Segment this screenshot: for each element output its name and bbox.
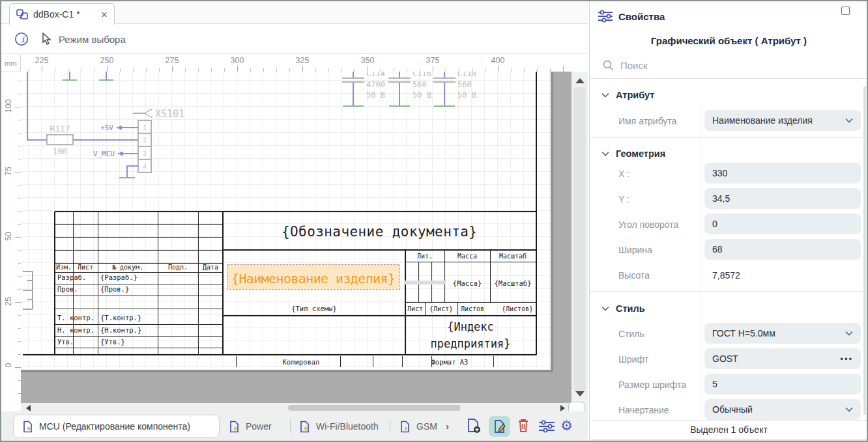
svg-text:предприятия}: предприятия}	[431, 337, 511, 350]
vertical-scrollbar[interactable]	[571, 72, 588, 403]
svg-text:R117: R117	[50, 124, 70, 133]
document-icon	[23, 421, 33, 433]
chevron-down-icon	[845, 118, 853, 123]
svg-text:Лит.: Лит.	[417, 253, 433, 260]
svg-text:{Разраб.}: {Разраб.}	[100, 273, 137, 281]
float-window-icon[interactable]	[841, 7, 850, 15]
tab-title: ddBox-C1 *	[33, 9, 80, 20]
svg-text:Пров.: Пров.	[57, 285, 78, 293]
svg-text:560: 560	[457, 80, 472, 89]
width-input[interactable]: 68	[704, 239, 861, 260]
ellipsis-icon[interactable]: •••	[840, 354, 853, 364]
svg-text:C118: C118	[457, 72, 476, 78]
info-icon[interactable]: i	[14, 32, 29, 46]
h-scroll-thumb[interactable]	[288, 405, 461, 411]
x-label: X :	[618, 169, 629, 179]
svg-text:50 В: 50 В	[366, 90, 385, 100]
font-label: Шрифт	[618, 354, 648, 365]
search-field[interactable]: Поиск	[603, 57, 850, 73]
close-icon[interactable]: ×	[101, 9, 108, 20]
sheet-settings-icon[interactable]	[538, 420, 555, 433]
rotation-input[interactable]: 0	[704, 214, 861, 234]
chevron-down-icon	[601, 306, 609, 311]
svg-text:Лист: Лист	[407, 305, 423, 312]
document-icon	[300, 421, 310, 433]
panel-title: Свойства	[618, 11, 665, 22]
section-geometry[interactable]: Геометрия	[601, 148, 665, 159]
delete-sheet-icon[interactable]	[516, 418, 530, 434]
svg-text:C116: C116	[412, 72, 431, 78]
font-picker[interactable]: GOST •••	[704, 348, 861, 369]
svg-text:{Т.контр.}: {Т.контр.}	[100, 314, 141, 322]
object-type-header: Графический объект ( Атрибут )	[590, 35, 868, 46]
chevron-down-icon	[601, 92, 609, 98]
rotation-label: Угол поворота	[618, 219, 678, 230]
svg-text:{Тип схемы}: {Тип схемы}	[291, 305, 337, 312]
edit-sheet-button[interactable]	[489, 416, 510, 437]
scroll-down-icon[interactable]	[575, 391, 585, 396]
horizontal-ruler: 225250275300325350375400	[21, 55, 571, 72]
svg-text:Масштаб: Масштаб	[499, 253, 527, 260]
tab-overflow-chevron[interactable]: ›	[446, 421, 449, 432]
svg-text:{Утв.}: {Утв.}	[100, 338, 125, 346]
svg-text:XS101: XS101	[155, 108, 184, 120]
style-label: Стиль	[618, 329, 644, 339]
sheet-tab-gsm[interactable]: GSM	[400, 415, 437, 438]
svg-text:2: 2	[143, 137, 146, 144]
attribute-name-dropdown[interactable]: Наименование изделия	[704, 110, 861, 131]
font-face-dropdown[interactable]: Обычный	[704, 399, 861, 420]
sheet-tab-power[interactable]: Power	[229, 415, 272, 438]
gear-icon[interactable]: ⚙	[560, 419, 573, 433]
selected-attribute[interactable]: {Наименование изделия}	[227, 264, 399, 289]
selection-status: Выделен 1 объект	[590, 420, 868, 439]
scroll-right-icon[interactable]	[560, 405, 565, 411]
svg-text:3: 3	[143, 150, 146, 157]
sheet-tab-wifi-bluetooth[interactable]: Wi-Fi/Bluetooth	[300, 415, 379, 438]
properties-icon	[598, 9, 613, 23]
svg-text:Н. контр.: Н. контр.	[57, 326, 94, 334]
document-icon	[229, 421, 239, 433]
editor-toolbar: i Режим выбора	[1, 25, 588, 54]
sheet-tab-bar: MCU (Редактирование компонента) Power Wi…	[1, 411, 588, 442]
svg-text:4700: 4700	[366, 80, 385, 89]
svg-text:{Наименование изделия}: {Наименование изделия}	[231, 271, 396, 286]
component-icon	[16, 9, 28, 20]
search-placeholder: Поиск	[620, 60, 648, 71]
scroll-up-icon[interactable]	[575, 78, 585, 83]
font-face-label: Начертание	[618, 405, 669, 415]
attribute-name-label: Имя атрибута	[618, 116, 676, 126]
style-dropdown[interactable]: ГОСТ H=5.0мм	[704, 323, 861, 344]
add-sheet-icon[interactable]	[467, 418, 481, 434]
svg-text:+5V: +5V	[100, 124, 113, 132]
svg-text:100: 100	[53, 147, 67, 156]
mode-label: Режим выбора	[59, 34, 126, 45]
sheet-tab-mcu[interactable]: MCU (Редактирование компонента)	[13, 415, 220, 438]
v-scroll-thumb[interactable]	[573, 87, 586, 392]
y-label: Y :	[618, 194, 629, 204]
x-input[interactable]: 330	[704, 163, 861, 184]
svg-text:Лист: Лист	[78, 264, 93, 271]
svg-text:Дата: Дата	[203, 264, 218, 271]
ruler-unit: mm	[1, 55, 21, 72]
svg-text:V_MCU: V_MCU	[93, 150, 115, 158]
section-attribute[interactable]: Атрибут	[601, 90, 654, 100]
font-size-input[interactable]: 5	[704, 374, 861, 394]
svg-text:1: 1	[143, 124, 146, 131]
schematic-canvas[interactable]: C114 4700 50 В C116 560 50 В C118 560 50…	[21, 72, 571, 403]
scroll-left-icon[interactable]	[26, 405, 31, 411]
svg-text:{Н.контр.}: {Н.контр.}	[100, 326, 141, 334]
editor-tab-ddbox[interactable]: ddBox-C1 * ×	[9, 3, 115, 25]
height-label: Высота	[618, 270, 650, 281]
svg-text:{Лист}: {Лист}	[429, 305, 453, 312]
svg-text:Копировал: Копировал	[283, 358, 320, 366]
svg-text:i: i	[21, 35, 26, 44]
svg-text:Т. контр.: Т. контр.	[57, 314, 94, 322]
svg-text:4: 4	[143, 163, 146, 170]
svg-text:{Листов}: {Листов}	[502, 305, 533, 312]
svg-text:№ докум.: № докум.	[112, 264, 143, 271]
y-input[interactable]: 34,5	[704, 188, 861, 209]
section-style[interactable]: Стиль	[601, 303, 645, 314]
app-window: ddBox-C1 * × i Режим выбора mm 225250275…	[0, 0, 868, 442]
panel-scrollbar[interactable]	[863, 86, 866, 415]
svg-text:Разраб.: Разраб.	[57, 273, 86, 281]
